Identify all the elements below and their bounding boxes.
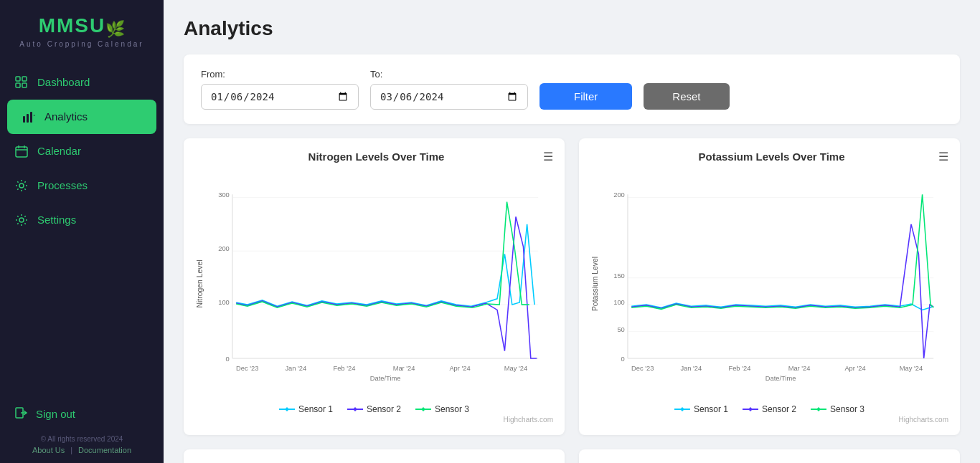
svg-text:50: 50 xyxy=(617,326,624,333)
footer-links: About Us | Documentation xyxy=(14,446,149,454)
to-filter-group: To: xyxy=(370,69,528,110)
potassium-sensor3-legend: Sensor 3 xyxy=(811,404,864,414)
nitrogen-sensor2-legend: Sensor 2 xyxy=(347,404,401,414)
documentation-link[interactable]: Documentation xyxy=(78,446,131,454)
sidebar-item-processes[interactable]: Processes xyxy=(0,168,164,203)
svg-text:Date/Time: Date/Time xyxy=(370,375,401,382)
filter-button[interactable]: Filter xyxy=(540,83,632,110)
nitrogen-sensor2-label: Sensor 2 xyxy=(367,404,401,414)
logo-area: MMSU🌿 Auto Cropping Calendar xyxy=(0,0,164,59)
logo: MMSU🌿 xyxy=(11,14,152,39)
footer-separator: | xyxy=(70,446,72,454)
svg-rect-3 xyxy=(22,83,27,87)
sidebar-item-calendar[interactable]: Calendar xyxy=(0,134,164,168)
svg-text:Apr '24: Apr '24 xyxy=(449,365,470,372)
svg-marker-34 xyxy=(285,407,289,411)
svg-marker-62 xyxy=(748,407,753,411)
svg-point-13 xyxy=(19,218,24,222)
svg-text:May '24: May '24 xyxy=(504,365,527,372)
main-content: Analytics From: To: Filter Reset Nitroge… xyxy=(164,0,980,463)
svg-rect-0 xyxy=(16,77,20,81)
svg-marker-64 xyxy=(816,407,821,411)
svg-point-12 xyxy=(19,183,24,188)
svg-rect-4 xyxy=(23,116,25,123)
svg-text:May '24: May '24 xyxy=(900,365,923,372)
svg-text:Date/Time: Date/Time xyxy=(765,375,796,382)
svg-text:300: 300 xyxy=(218,191,230,199)
svg-text:Potassium Level: Potassium Level xyxy=(591,257,599,311)
potassium-sensor3-label: Sensor 3 xyxy=(830,404,864,414)
filter-bar: From: To: Filter Reset xyxy=(184,54,960,124)
sidebar-item-dashboard[interactable]: Dashboard xyxy=(0,65,164,100)
logo-leaf-icon: 🌿 xyxy=(105,20,125,39)
svg-text:0: 0 xyxy=(226,355,230,363)
from-date-input[interactable] xyxy=(201,84,359,110)
sidebar: MMSU🌿 Auto Cropping Calendar Dashboard A… xyxy=(0,0,164,463)
logo-subtitle: Auto Cropping Calendar xyxy=(11,40,152,48)
nitrogen-sensor1-label: Sensor 1 xyxy=(298,404,333,414)
potassium-legend: Sensor 1 Sensor 2 Sensor 3 xyxy=(590,404,948,414)
dashboard-icon xyxy=(14,75,29,90)
about-link[interactable]: About Us xyxy=(32,446,65,454)
processes-icon xyxy=(14,178,29,193)
potassium-chart-svg: Potassium Level 0 50 100 150 200 Dec '23… xyxy=(590,169,948,398)
svg-text:200: 200 xyxy=(613,191,625,199)
svg-rect-2 xyxy=(16,83,20,87)
svg-text:Jan '24: Jan '24 xyxy=(285,365,306,372)
logo-text: MMSU xyxy=(39,14,106,37)
analytics-icon xyxy=(22,110,36,124)
to-date-input[interactable] xyxy=(370,84,528,110)
nitrogen-legend: Sensor 1 Sensor 2 Sensor 3 xyxy=(195,404,553,414)
svg-text:Dec '23: Dec '23 xyxy=(631,365,654,372)
signout-icon xyxy=(14,406,29,422)
potassium-sensor2-legend: Sensor 2 xyxy=(743,404,796,414)
svg-text:Nitrogen Level: Nitrogen Level xyxy=(196,260,204,308)
potassium-sensor1-legend: Sensor 1 xyxy=(674,404,728,414)
svg-text:Mar '24: Mar '24 xyxy=(788,365,811,372)
settings-icon xyxy=(14,213,29,227)
svg-marker-38 xyxy=(421,407,425,411)
potassium-chart-body: Potassium Level 0 50 100 150 200 Dec '23… xyxy=(590,169,948,398)
svg-marker-36 xyxy=(353,407,357,411)
svg-text:Feb '24: Feb '24 xyxy=(333,365,355,372)
sign-out-button[interactable]: Sign out xyxy=(14,398,149,429)
potassium-chart-card: Potassium Levels Over Time ☰ Potassium L… xyxy=(579,138,960,435)
page-title: Analytics xyxy=(184,17,960,40)
svg-rect-1 xyxy=(22,77,27,81)
nitrogen-sensor3-label: Sensor 3 xyxy=(435,404,469,414)
sidebar-item-label-dashboard: Dashboard xyxy=(37,76,90,88)
svg-rect-6 xyxy=(30,112,32,123)
svg-rect-5 xyxy=(27,114,29,123)
potassium-highcharts-credit: Highcharts.com xyxy=(590,416,948,424)
svg-text:Apr '24: Apr '24 xyxy=(844,365,865,372)
charts-grid: Nitrogen Levels Over Time ☰ Nitrogen Lev… xyxy=(184,138,960,463)
copyright-text: © All rights reserved 2024 xyxy=(14,429,149,446)
svg-rect-7 xyxy=(34,115,34,116)
svg-text:Jan '24: Jan '24 xyxy=(680,365,702,372)
potassium-sensor2-label: Sensor 2 xyxy=(762,404,796,414)
calendar-icon xyxy=(14,144,29,158)
sidebar-bottom: Sign out © All rights reserved 2024 Abou… xyxy=(0,387,164,463)
nitrogen-chart-svg: Nitrogen Level 0 100 200 300 Dec '23 Jan xyxy=(195,169,553,398)
nitrogen-chart-body: Nitrogen Level 0 100 200 300 Dec '23 Jan xyxy=(195,169,553,398)
sidebar-item-label-processes: Processes xyxy=(37,179,88,191)
nitrogen-sensor1-legend: Sensor 1 xyxy=(279,404,333,414)
svg-text:Dec '23: Dec '23 xyxy=(236,365,258,372)
nitrogen-menu-icon[interactable]: ☰ xyxy=(543,150,553,163)
svg-text:Mar '24: Mar '24 xyxy=(393,365,415,372)
svg-text:200: 200 xyxy=(218,245,230,252)
svg-text:100: 100 xyxy=(613,299,625,306)
nitrogen-chart-card: Nitrogen Levels Over Time ☰ Nitrogen Lev… xyxy=(184,138,565,435)
nitrogen-chart-header: Nitrogen Levels Over Time ☰ xyxy=(195,150,553,163)
potassium-chart-title: Potassium Levels Over Time xyxy=(605,151,938,163)
sidebar-item-analytics[interactable]: Analytics xyxy=(7,100,156,134)
sidebar-item-settings[interactable]: Settings xyxy=(0,203,164,237)
nitrogen-chart-title: Nitrogen Levels Over Time xyxy=(209,151,543,163)
nitrogen-highcharts-credit: Highcharts.com xyxy=(195,416,553,424)
to-label: To: xyxy=(370,69,528,80)
potassium-menu-icon[interactable]: ☰ xyxy=(938,150,948,163)
reset-button[interactable]: Reset xyxy=(644,83,729,110)
sidebar-item-label-analytics: Analytics xyxy=(44,110,88,123)
sidebar-item-label-settings: Settings xyxy=(37,214,76,226)
sidebar-item-label-calendar: Calendar xyxy=(37,145,81,157)
